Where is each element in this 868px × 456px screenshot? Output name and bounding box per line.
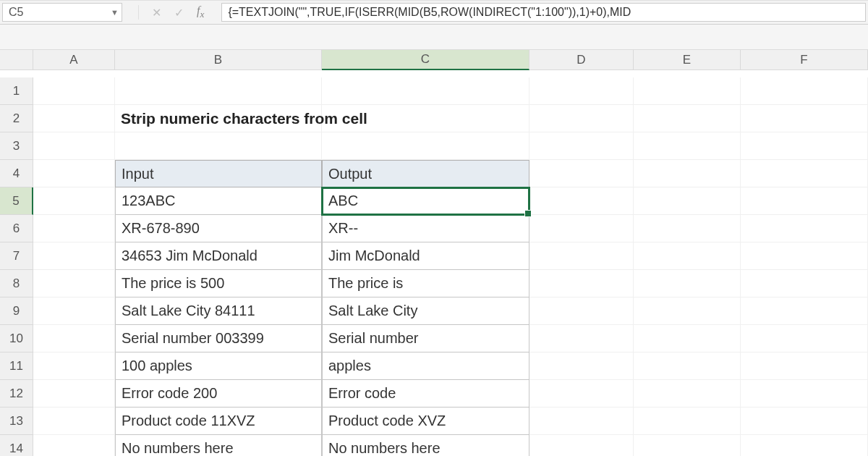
- row-header-2[interactable]: 2: [0, 105, 33, 132]
- col-header-D[interactable]: D: [529, 50, 634, 70]
- cell-A12[interactable]: [33, 380, 115, 408]
- col-header-E[interactable]: E: [634, 50, 741, 70]
- cell-C12[interactable]: Error code: [322, 380, 529, 408]
- cell-D9[interactable]: [529, 297, 634, 325]
- fx-icon[interactable]: fx: [197, 4, 208, 20]
- dropdown-icon[interactable]: ▼: [111, 8, 119, 17]
- row-header-12[interactable]: 12: [0, 380, 33, 408]
- cell-B13[interactable]: Product code 11XVZ: [115, 408, 322, 435]
- cell-D6[interactable]: [529, 215, 634, 242]
- cell-E4[interactable]: [634, 160, 741, 187]
- row-header-6[interactable]: 6: [0, 215, 33, 242]
- cell-E1[interactable]: [634, 77, 741, 105]
- cell-F13[interactable]: [741, 408, 868, 435]
- cell-A3[interactable]: [33, 132, 115, 160]
- cell-D5[interactable]: [529, 187, 634, 215]
- row-header-9[interactable]: 9: [0, 297, 33, 325]
- cell-C9[interactable]: Salt Lake City: [322, 297, 529, 325]
- cell-F11[interactable]: [741, 352, 868, 380]
- cell-D8[interactable]: [529, 270, 634, 297]
- cell-C1[interactable]: [322, 77, 529, 105]
- cell-E12[interactable]: [634, 380, 741, 408]
- select-all-corner[interactable]: [0, 50, 33, 70]
- cell-F6[interactable]: [741, 215, 868, 242]
- row-header-3[interactable]: 3: [0, 132, 33, 160]
- table-header-input[interactable]: Input: [115, 160, 322, 187]
- cell-F3[interactable]: [741, 132, 868, 160]
- cell-A9[interactable]: [33, 297, 115, 325]
- row-header-5[interactable]: 5: [0, 187, 33, 215]
- cell-D12[interactable]: [529, 380, 634, 408]
- cell-C7[interactable]: Jim McDonald: [322, 242, 529, 270]
- cell-B8[interactable]: The price is 500: [115, 270, 322, 297]
- cell-D11[interactable]: [529, 352, 634, 380]
- cell-F7[interactable]: [741, 242, 868, 270]
- row-header-10[interactable]: 10: [0, 325, 33, 352]
- name-box[interactable]: C5 ▼: [2, 3, 122, 22]
- cell-D1[interactable]: [529, 77, 634, 105]
- cell-A1[interactable]: [33, 77, 115, 105]
- cell-D4[interactable]: [529, 160, 634, 187]
- cell-F5[interactable]: [741, 187, 868, 215]
- col-header-F[interactable]: F: [741, 50, 868, 70]
- cell-E7[interactable]: [634, 242, 741, 270]
- cell-A13[interactable]: [33, 408, 115, 435]
- cell-D10[interactable]: [529, 325, 634, 352]
- cell-F10[interactable]: [741, 325, 868, 352]
- cell-C10[interactable]: Serial number: [322, 325, 529, 352]
- cell-A6[interactable]: [33, 215, 115, 242]
- cell-A7[interactable]: [33, 242, 115, 270]
- col-header-B[interactable]: B: [115, 50, 322, 70]
- cell-D3[interactable]: [529, 132, 634, 160]
- cell-C5[interactable]: ABC: [322, 187, 529, 215]
- row-header-8[interactable]: 8: [0, 270, 33, 297]
- cell-E8[interactable]: [634, 270, 741, 297]
- cell-D2[interactable]: [529, 105, 634, 132]
- cell-A14[interactable]: [33, 435, 115, 456]
- row-header-11[interactable]: 11: [0, 352, 33, 380]
- cell-B10[interactable]: Serial number 003399: [115, 325, 322, 352]
- cell-B9[interactable]: Salt Lake City 84111: [115, 297, 322, 325]
- cell-F9[interactable]: [741, 297, 868, 325]
- cell-D7[interactable]: [529, 242, 634, 270]
- cell-F1[interactable]: [741, 77, 868, 105]
- cell-B2-title[interactable]: Strip numeric characters from cell: [115, 105, 322, 132]
- formula-input[interactable]: {=TEXTJOIN("",TRUE,IF(ISERR(MID(B5,ROW(I…: [221, 3, 866, 22]
- cell-F2[interactable]: [741, 105, 868, 132]
- row-header-1[interactable]: 1: [0, 77, 33, 105]
- row-header-7[interactable]: 7: [0, 242, 33, 270]
- cell-E11[interactable]: [634, 352, 741, 380]
- cell-E6[interactable]: [634, 215, 741, 242]
- cell-C13[interactable]: Product code XVZ: [322, 408, 529, 435]
- table-header-output[interactable]: Output: [322, 160, 529, 187]
- cell-F4[interactable]: [741, 160, 868, 187]
- cell-E9[interactable]: [634, 297, 741, 325]
- col-header-A[interactable]: A: [33, 50, 115, 70]
- cell-B3[interactable]: [115, 132, 322, 160]
- cell-C14[interactable]: No numbers here: [322, 435, 529, 456]
- cell-F14[interactable]: [741, 435, 868, 456]
- cell-A11[interactable]: [33, 352, 115, 380]
- cell-B12[interactable]: Error code 200: [115, 380, 322, 408]
- cell-C3[interactable]: [322, 132, 529, 160]
- cell-E14[interactable]: [634, 435, 741, 456]
- cell-E3[interactable]: [634, 132, 741, 160]
- cell-C8[interactable]: The price is: [322, 270, 529, 297]
- enter-icon[interactable]: ✓: [174, 6, 184, 20]
- cell-A8[interactable]: [33, 270, 115, 297]
- cell-C11[interactable]: apples: [322, 352, 529, 380]
- cell-F8[interactable]: [741, 270, 868, 297]
- cell-A10[interactable]: [33, 325, 115, 352]
- cell-E2[interactable]: [634, 105, 741, 132]
- cancel-icon[interactable]: ✕: [152, 6, 161, 20]
- cell-A4[interactable]: [33, 160, 115, 187]
- row-header-14[interactable]: 14: [0, 435, 33, 456]
- col-header-C[interactable]: C: [322, 50, 529, 70]
- row-header-13[interactable]: 13: [0, 408, 33, 435]
- cell-C6[interactable]: XR--: [322, 215, 529, 242]
- row-header-4[interactable]: 4: [0, 160, 33, 187]
- cell-D14[interactable]: [529, 435, 634, 456]
- cell-B11[interactable]: 100 apples: [115, 352, 322, 380]
- cell-B14[interactable]: No numbers here: [115, 435, 322, 456]
- spreadsheet-grid[interactable]: A B C D E F 1 2 Strip numeric characters…: [0, 50, 868, 456]
